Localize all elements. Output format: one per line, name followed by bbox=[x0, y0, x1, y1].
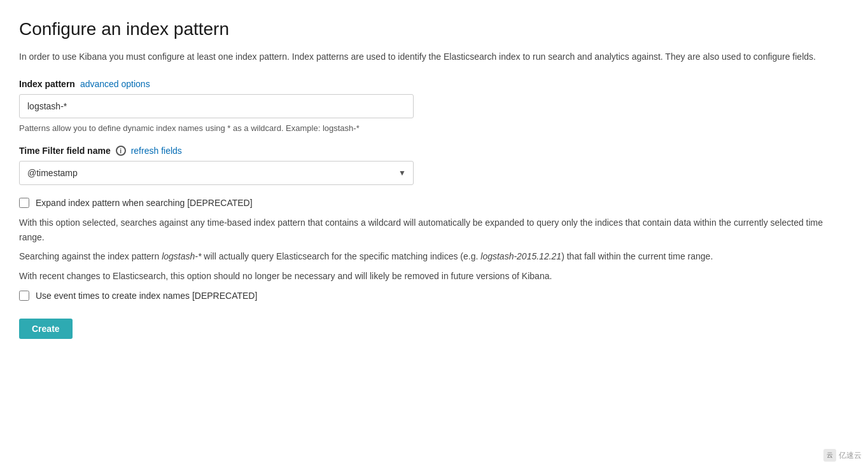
advanced-options-link[interactable]: advanced options bbox=[80, 79, 150, 89]
expand-description-block: With this option selected, searches agai… bbox=[19, 216, 843, 283]
page-title: Configure an index pattern bbox=[19, 19, 843, 39]
expand-checkbox-row: Expand index pattern when searching [DEP… bbox=[19, 198, 843, 208]
expand-desc-2: Searching against the index pattern logs… bbox=[19, 249, 843, 263]
event-times-checkbox-label: Use event times to create index names [D… bbox=[36, 291, 257, 301]
expand-desc-1: With this option selected, searches agai… bbox=[19, 216, 843, 244]
time-filter-select-wrapper: @timestamp No date field ▼ bbox=[19, 161, 414, 185]
watermark-text: 亿速云 bbox=[839, 450, 862, 461]
info-icon: i bbox=[116, 146, 126, 156]
index-pattern-label: Index pattern advanced options bbox=[19, 79, 843, 89]
create-button[interactable]: Create bbox=[19, 319, 73, 339]
time-filter-select[interactable]: @timestamp No date field bbox=[19, 161, 414, 185]
index-pattern-section: Index pattern advanced options Patterns … bbox=[19, 79, 843, 133]
refresh-fields-link[interactable]: refresh fields bbox=[131, 146, 182, 156]
event-times-checkbox[interactable] bbox=[19, 291, 29, 301]
watermark-icon: 云 bbox=[823, 449, 836, 462]
page-container: Configure an index pattern In order to u… bbox=[0, 0, 868, 364]
index-pattern-hint: Patterns allow you to define dynamic ind… bbox=[19, 123, 843, 133]
expand-desc-3: With recent changes to Elasticsearch, th… bbox=[19, 269, 843, 283]
index-pattern-input[interactable] bbox=[19, 94, 414, 118]
expand-checkbox-label: Expand index pattern when searching [DEP… bbox=[36, 198, 253, 208]
time-filter-section: Time Filter field name i refresh fields … bbox=[19, 146, 843, 185]
time-filter-label: Time Filter field name i refresh fields bbox=[19, 146, 843, 156]
watermark: 云 亿速云 bbox=[823, 449, 862, 462]
checkbox-section: Expand index pattern when searching [DEP… bbox=[19, 198, 843, 301]
expand-checkbox[interactable] bbox=[19, 198, 29, 208]
event-times-checkbox-row: Use event times to create index names [D… bbox=[19, 291, 843, 301]
intro-text: In order to use Kibana you must configur… bbox=[19, 50, 843, 64]
